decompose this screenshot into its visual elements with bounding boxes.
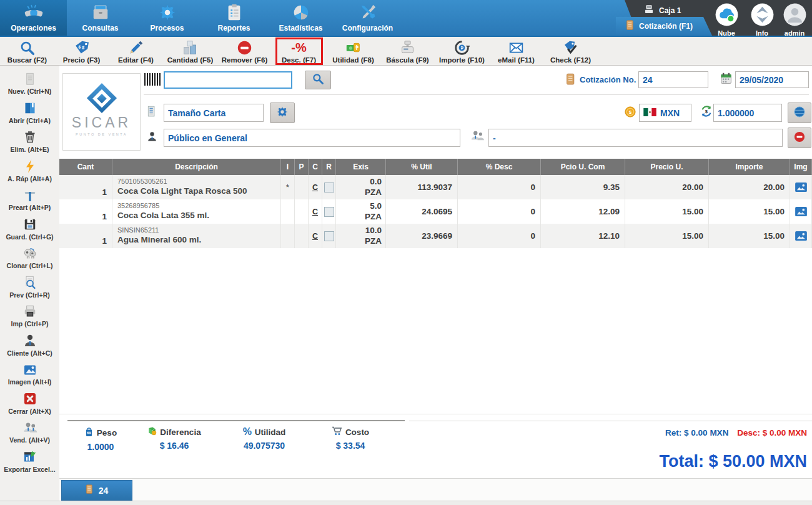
email-button[interactable]: eMail (F11)	[489, 37, 543, 65]
sidebar-item-exportar-excel[interactable]: Exportar Excel...	[0, 447, 59, 476]
sidebar-item-vendedor[interactable]: Vend. (Alt+V)	[0, 418, 59, 447]
menu-item-operaciones[interactable]: Operaciones	[0, 0, 67, 36]
check-button[interactable]: Check (F12)	[543, 37, 598, 65]
menu-item-label: Procesos	[150, 24, 184, 32]
c-link[interactable]: C	[312, 232, 318, 241]
desc-label: Desc:	[737, 428, 760, 438]
bottom-band	[0, 501, 812, 505]
row-image-icon[interactable]	[790, 199, 812, 224]
menu-item-procesos[interactable]: Procesos	[134, 0, 201, 36]
row-checkbox[interactable]	[324, 207, 334, 217]
col-descripcion: Descripción	[112, 159, 281, 175]
main-panel: SICAR PUNTO DE VENTA Cotización No.	[59, 66, 812, 504]
price-tag-icon: $ $	[74, 39, 89, 56]
divider	[409, 421, 812, 421]
search-button[interactable]	[305, 71, 331, 89]
menu-item-configuracion[interactable]: Configuración	[334, 0, 401, 36]
desc-value: $ 0.00 MXN	[763, 428, 807, 438]
quote-number-input[interactable]	[638, 71, 708, 88]
sidebar-item-guardar[interactable]: Guard. (Ctrl+G)	[0, 214, 59, 244]
utilidad-button[interactable]: Utilidad (F8)	[326, 37, 380, 65]
c-link[interactable]: C	[312, 183, 318, 192]
quote-document-icon	[566, 73, 576, 88]
row-checkbox[interactable]	[324, 182, 334, 192]
col-cant: Cant	[59, 159, 112, 175]
sidebar-item-cerrar[interactable]: Cerrar (Alt+X)	[0, 389, 59, 418]
format-settings-button[interactable]	[270, 102, 295, 123]
tool-label: Cantidad (F5)	[167, 56, 213, 64]
menu-item-label: Consultas	[82, 24, 118, 32]
cell-util: 23.9669	[386, 224, 458, 248]
row-image-icon[interactable]	[790, 175, 812, 199]
vendor-input[interactable]	[488, 129, 783, 147]
pencil-icon	[128, 39, 144, 56]
clone-icon	[22, 246, 37, 261]
sidebar-item-cliente[interactable]: Cliente (Alt+C)	[0, 331, 59, 360]
svg-text:$ $: $ $	[78, 44, 85, 51]
sidebar-item-imprimir[interactable]: Imp (Ctrl+P)	[0, 301, 59, 331]
remover-button[interactable]: Remover (F6)	[217, 37, 272, 65]
col-i: I	[281, 159, 295, 175]
cloud-button[interactable]: Nube	[710, 3, 743, 37]
precio-button[interactable]: $ $ Precio (F3)	[54, 37, 109, 65]
sidebar-item-eliminar[interactable]: Elim. (Alt+E)	[0, 127, 59, 156]
cell-exis: 10.0PZA	[336, 224, 386, 248]
tab-cotizacion[interactable]: Cotización (F1)	[616, 17, 712, 36]
calendar-icon[interactable]	[720, 72, 732, 87]
currency-info-button[interactable]	[788, 102, 811, 123]
table-row[interactable]: 1 SINSIN65211 Agua Mineral 600 ml. C 10.…	[59, 224, 812, 248]
barcode-input[interactable]	[164, 71, 292, 89]
row-image-icon[interactable]	[790, 224, 812, 248]
sidebar-item-nuevo[interactable]: Nuev. (Ctrl+N)	[0, 69, 59, 98]
table-row[interactable]: 1 35268956785 Coca Cola Lata 355 ml. C 5…	[59, 199, 812, 224]
divider	[144, 94, 809, 95]
quote-number-label: Cotización No.	[580, 75, 636, 84]
tool-label: Editar (F4)	[118, 56, 154, 64]
table-row[interactable]: 1 7501055305261 Coca Cola Light Tapa Ros…	[59, 175, 812, 199]
row-checkbox[interactable]	[324, 231, 334, 241]
cell-p	[295, 224, 309, 248]
svg-text:$: $	[629, 109, 632, 115]
total-line: Total: $ 50.00 MXN	[659, 452, 807, 471]
register-icon	[643, 4, 655, 17]
col-importe: Importe	[709, 159, 790, 175]
info-button[interactable]: Info	[746, 3, 778, 37]
customer-input[interactable]	[164, 129, 460, 147]
currency-select[interactable]: MXN	[639, 104, 691, 122]
importe-button[interactable]: Importe (F10)	[435, 37, 489, 65]
editar-button[interactable]: Editar (F4)	[109, 37, 163, 65]
menu-item-consultas[interactable]: Consultas	[67, 0, 134, 36]
sidebar-item-clonar[interactable]: Clonar (Ctrl+L)	[0, 243, 59, 272]
page-format-icon	[147, 106, 156, 120]
c-link[interactable]: C	[312, 208, 318, 216]
date-input[interactable]	[735, 71, 809, 88]
descuento-button[interactable]: -% Desc. (F7)	[272, 37, 326, 65]
check-icon	[563, 39, 578, 56]
sidebar-item-abrir[interactable]: Abrir (Ctrl+A)	[0, 98, 59, 128]
sidebar-item-preart[interactable]: Preart (Alt+P)	[0, 185, 59, 214]
sidebar-item-previsualizar[interactable]: Prev (Ctrl+R)	[0, 272, 59, 302]
sidebar-item-articulo-rapido[interactable]: A. Ráp (Alt+A)	[0, 156, 59, 186]
cantidad-button[interactable]: Cantidad (F5)	[163, 37, 217, 65]
print-format-input[interactable]	[164, 104, 264, 122]
menu-item-estadisticas[interactable]: Estadísticas	[267, 0, 334, 36]
percent-icon: %	[243, 426, 252, 438]
bascula-button[interactable]: Báscula (F9)	[380, 37, 435, 65]
document-tab-24[interactable]: 24	[61, 480, 132, 501]
amount-icon	[454, 39, 470, 56]
remove-vendor-button[interactable]	[788, 128, 811, 148]
exchange-rate-input[interactable]	[713, 104, 782, 122]
metric-label: Diferencia	[160, 428, 201, 437]
table-header: Cant Descripción I P C R Exis % Util % D…	[59, 159, 812, 175]
metric-diferencia: Diferencia $ 16.46	[133, 426, 215, 451]
ret-value: $ 0.00 MXN	[684, 428, 728, 438]
people-icon	[471, 130, 484, 144]
user-button[interactable]: admin	[778, 3, 811, 37]
sidebar-item-imagen[interactable]: Imagen (Alt+I)	[0, 359, 59, 389]
col-exis: Exis	[336, 159, 386, 175]
preview-icon	[22, 275, 37, 291]
buscar-button[interactable]: Buscar (F2)	[0, 37, 54, 65]
menu-item-reportes[interactable]: Reportes	[201, 0, 267, 36]
item-code: 7501055305261	[117, 178, 167, 186]
barcode-icon	[144, 73, 161, 86]
